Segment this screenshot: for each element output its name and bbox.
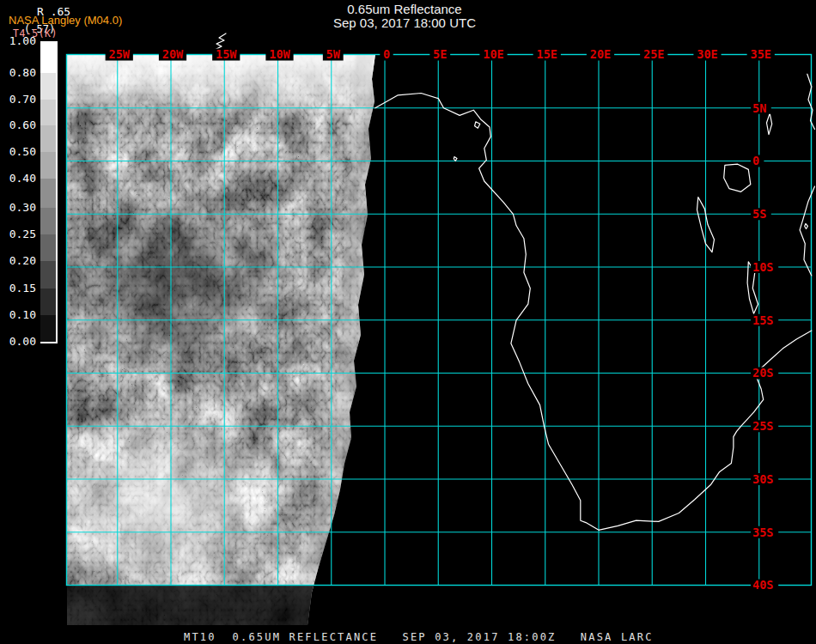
colorbar-value: 0.00 <box>2 336 36 348</box>
tick-label: 20E <box>590 47 611 61</box>
tanzania-kenya-coast <box>800 186 814 276</box>
colorbar-value: 0.60 <box>2 119 36 131</box>
tick-label: 40S <box>752 578 773 592</box>
colorbar-value: 0.80 <box>2 67 36 79</box>
lake-victoria <box>724 164 751 191</box>
tick-label: 25E <box>643 47 664 61</box>
footer-caption: MT10 0.65UM REFLECTANCE SEP 03, 2017 18:… <box>184 631 654 643</box>
bright-cloud-band-top <box>66 54 376 123</box>
bioko-island <box>475 122 480 128</box>
colorbar-segment <box>40 152 56 179</box>
tick-label: 30E <box>697 47 717 61</box>
tick-label: 35S <box>752 526 773 539</box>
tick-label: 5W <box>326 47 341 61</box>
colorbar-segment <box>40 289 56 315</box>
colorbar-segment <box>40 41 56 73</box>
colorbar-value: 0.30 <box>2 202 36 214</box>
tick-label: 5S <box>752 207 766 221</box>
colorbar-segment <box>40 315 56 342</box>
satellite-product-view: R .65 NASA Langley (M04.0) (-57) T4-5(K)… <box>0 0 816 644</box>
tick-label: 10E <box>483 47 503 61</box>
colorbar-segment <box>40 179 56 208</box>
tick-label: 0 <box>383 47 390 61</box>
swath-spillover-shade <box>60 586 387 625</box>
colorbar-segment <box>40 100 56 125</box>
colorbar-value: 0.25 <box>2 228 36 240</box>
colorbar-segment <box>40 208 56 234</box>
sao-tome-island <box>454 157 457 161</box>
colorbar-segment <box>40 125 56 152</box>
tick-label: 25W <box>109 47 131 61</box>
lake-turkana <box>767 113 772 135</box>
tick-label: 25S <box>752 419 773 433</box>
tick-label: 20S <box>752 366 773 380</box>
colorbar-value: 0.20 <box>2 255 36 267</box>
colorbar-value: 0.50 <box>2 146 36 158</box>
colorbar-segment <box>40 234 56 261</box>
tick-label: 20W <box>162 47 184 61</box>
colorbar-value: 1.00 <box>2 35 36 47</box>
africa-west-south-coast <box>375 94 812 531</box>
tick-label: 10S <box>752 260 773 274</box>
colorbar-segment <box>40 261 56 289</box>
tick-label: 15S <box>752 313 773 327</box>
zanzibar-island <box>805 223 808 228</box>
tick-label: 0 <box>752 154 759 167</box>
tick-label: 5E <box>433 47 447 61</box>
tick-label: 35E <box>751 47 771 61</box>
colorbar-segment <box>40 73 56 100</box>
tick-label: 5N <box>752 101 766 115</box>
colorbar: 1.000.800.700.600.500.400.300.250.200.15… <box>0 0 69 361</box>
tick-label: 10W <box>269 47 290 61</box>
tick-label: 30S <box>752 472 773 486</box>
tick-label: 15W <box>216 47 237 61</box>
colorbar-value: 0.10 <box>2 309 36 321</box>
colorbar-value: 0.40 <box>2 173 36 185</box>
map-canvas: 25W20W15W10W5W05E10E15E20E25E30E35E5N05S… <box>0 0 816 644</box>
colorbar-value: 0.70 <box>2 94 36 106</box>
colorbar-value: 0.15 <box>2 283 36 295</box>
tick-label: 15E <box>537 47 557 61</box>
